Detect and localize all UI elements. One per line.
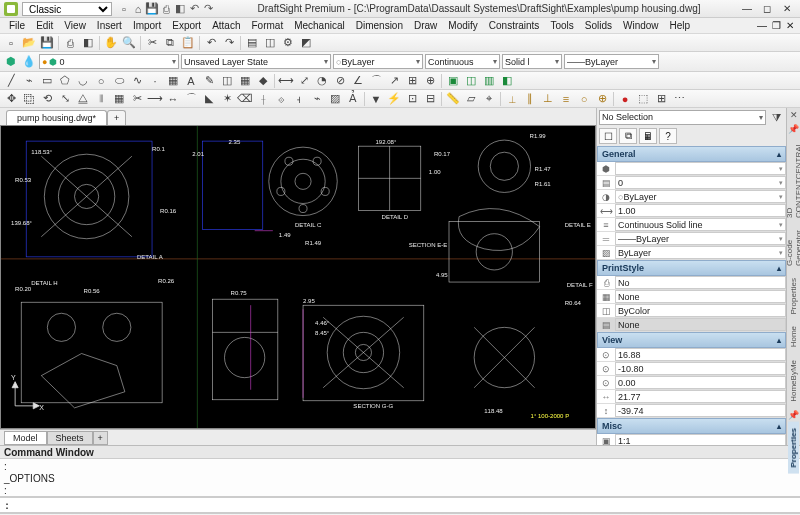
pan-icon[interactable]: ✋ <box>103 35 119 51</box>
menu-mechanical[interactable]: Mechanical <box>289 19 350 32</box>
design-resources-icon[interactable]: ◫ <box>262 35 278 51</box>
pin2-icon[interactable]: 📌 <box>786 408 800 422</box>
preview-icon[interactable]: ◧ <box>174 3 186 15</box>
menu-view[interactable]: View <box>59 19 91 32</box>
mirror-icon[interactable]: ⧋ <box>75 91 91 107</box>
prop-view-h[interactable]: -39.74 <box>615 404 786 417</box>
properties-icon[interactable]: ▤ <box>244 35 260 51</box>
prop-m1[interactable]: 1:1 <box>615 434 786 445</box>
point-icon[interactable]: · <box>147 73 163 89</box>
text-icon[interactable]: A <box>183 73 199 89</box>
mgreen1-icon[interactable]: ▣ <box>445 73 461 89</box>
redo-icon[interactable]: ↷ <box>202 3 214 15</box>
align-icon[interactable]: ⫞ <box>291 91 307 107</box>
prop-layer[interactable]: ▾ <box>615 162 786 175</box>
menu-modify[interactable]: Modify <box>443 19 482 32</box>
print-icon[interactable]: ⎙ <box>62 35 78 51</box>
save-icon[interactable]: 💾 <box>146 3 158 15</box>
redo2-icon[interactable]: ↷ <box>221 35 237 51</box>
trim-icon[interactable]: ✂ <box>129 91 145 107</box>
red-dot-icon[interactable]: ● <box>617 91 633 107</box>
more-icon[interactable]: ⋯ <box>671 91 687 107</box>
polyline-icon[interactable]: ⌁ <box>21 73 37 89</box>
mgreen2-icon[interactable]: ◫ <box>463 73 479 89</box>
section-printstyle[interactable]: PrintStyle▴ <box>597 260 786 276</box>
new-icon[interactable]: ▫ <box>118 3 130 15</box>
print-icon[interactable]: ⎙ <box>160 3 172 15</box>
menu-solids[interactable]: Solids <box>580 19 617 32</box>
close-panel-icon[interactable]: ✕ <box>788 108 800 122</box>
cut-icon[interactable]: ✂ <box>144 35 160 51</box>
fillet-icon[interactable]: ⌒ <box>183 91 199 107</box>
paste-icon[interactable]: 📋 <box>180 35 196 51</box>
menu-export[interactable]: Export <box>167 19 206 32</box>
document-tab[interactable]: pump housing.dwg* <box>6 110 107 125</box>
calc-icon[interactable]: 🖩 <box>639 128 657 144</box>
group-icon[interactable]: ⊡ <box>404 91 420 107</box>
dim-angle-icon[interactable]: ∠ <box>350 73 366 89</box>
spline-icon[interactable]: ∿ <box>129 73 145 89</box>
grid-pattern-icon[interactable]: ⊞ <box>653 91 669 107</box>
new-file-icon[interactable]: ▫ <box>3 35 19 51</box>
arc-icon[interactable]: ◡ <box>75 73 91 89</box>
side-tab-homebyme[interactable]: HomeByMe <box>788 354 799 408</box>
save-file-icon[interactable]: 💾 <box>39 35 55 51</box>
prop-ps3[interactable]: ByColor <box>615 304 786 317</box>
new-document-tab[interactable]: + <box>107 110 126 125</box>
pattern-icon[interactable]: ▦ <box>111 91 127 107</box>
dim-aligned-icon[interactable]: ⤢ <box>296 73 312 89</box>
stretch-icon[interactable]: ↔ <box>165 91 181 107</box>
menu-help[interactable]: Help <box>665 19 696 32</box>
polygon-icon[interactable]: ⬠ <box>57 73 73 89</box>
menu-format[interactable]: Format <box>246 19 288 32</box>
menu-dimension[interactable]: Dimension <box>351 19 408 32</box>
hatch-icon[interactable]: ▦ <box>165 73 181 89</box>
tbx-icon[interactable]: ◩ <box>298 35 314 51</box>
dim-radius-icon[interactable]: ◔ <box>314 73 330 89</box>
getxy-icon[interactable]: ⌖ <box>481 91 497 107</box>
weld-icon[interactable]: ⟐ <box>273 91 289 107</box>
dim-linear-icon[interactable]: ⟷ <box>278 73 294 89</box>
selection-combo[interactable]: No Selection▾ <box>599 110 766 125</box>
prop-scale[interactable]: 1.00 <box>615 204 786 217</box>
prop-view-y[interactable]: -10.80 <box>615 362 786 375</box>
view-cube-icon[interactable]: ⬚ <box>635 91 651 107</box>
section-general[interactable]: General▴ <box>597 146 786 162</box>
menu-attach[interactable]: Attach <box>207 19 245 32</box>
menu-edit[interactable]: Edit <box>31 19 58 32</box>
quick-select2-icon[interactable]: ⧉ <box>619 128 637 144</box>
line-icon[interactable]: ╱ <box>3 73 19 89</box>
explode-icon[interactable]: ✶ <box>219 91 235 107</box>
centermark-icon[interactable]: ⊕ <box>422 73 438 89</box>
doc-restore-button[interactable]: ❐ <box>770 20 782 32</box>
menu-window[interactable]: Window <box>618 19 664 32</box>
constraint3-icon[interactable]: ⊥ <box>540 91 556 107</box>
add-sheet-tab[interactable]: + <box>93 431 108 445</box>
undo2-icon[interactable]: ↶ <box>203 35 219 51</box>
prop-layer-name[interactable]: 0▾ <box>615 176 786 189</box>
maximize-button[interactable]: ◻ <box>758 3 776 15</box>
edit-pline-icon[interactable]: ⌁ <box>309 91 325 107</box>
filter-selection-icon[interactable]: ⧩ <box>768 109 784 125</box>
constraint2-icon[interactable]: ∥ <box>522 91 538 107</box>
model-tab[interactable]: Model <box>4 431 47 445</box>
mgreen3-icon[interactable]: ▥ <box>481 73 497 89</box>
layer-combo[interactable]: ●⬢0▾ <box>39 54 179 69</box>
side-tab-gcode[interactable]: G-code Generator <box>784 224 801 272</box>
prop-view-x[interactable]: 16.88 <box>615 348 786 361</box>
edit-hatch-icon[interactable]: ▨ <box>327 91 343 107</box>
plotstyle-combo[interactable]: —— ByLayer▾ <box>564 54 659 69</box>
close-button[interactable]: ✕ <box>778 3 796 15</box>
table-icon[interactable]: ▦ <box>237 73 253 89</box>
constraint6-icon[interactable]: ⊕ <box>594 91 610 107</box>
edit-text-icon[interactable]: Ả <box>345 91 361 107</box>
prop-view-z[interactable]: 0.00 <box>615 376 786 389</box>
prop-ps1[interactable]: No <box>615 276 786 289</box>
help-icon[interactable]: ? <box>659 128 677 144</box>
open-icon[interactable]: ⌂ <box>132 3 144 15</box>
block-icon[interactable]: ◫ <box>219 73 235 89</box>
dim-diameter-icon[interactable]: ⊘ <box>332 73 348 89</box>
mgreen4-icon[interactable]: ◧ <box>499 73 515 89</box>
split-icon[interactable]: ⟊ <box>255 91 271 107</box>
prop-lineweight[interactable]: —— ByLayer▾ <box>615 232 786 245</box>
